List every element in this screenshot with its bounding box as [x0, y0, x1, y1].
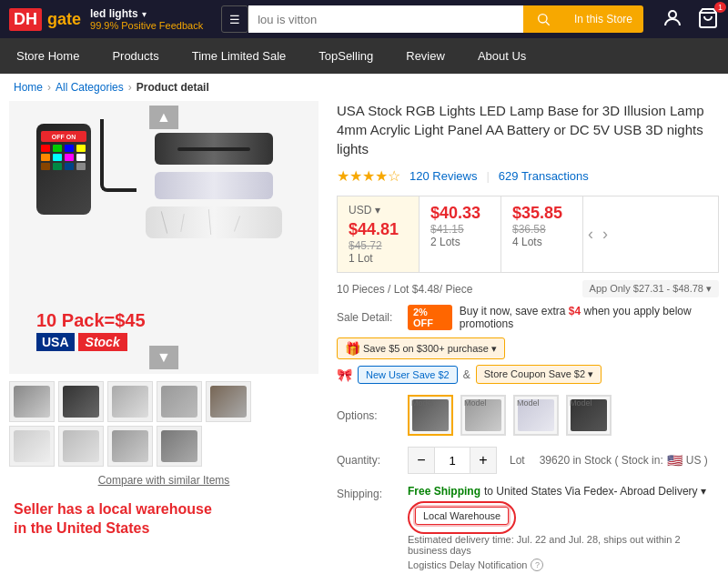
store-coupon-text: Store Coupon Save $2 ▾ — [484, 368, 593, 380]
thumbnail-5[interactable] — [206, 381, 251, 422]
hamburger-button[interactable]: ☰ — [221, 5, 248, 33]
price-old-2: $41.15 — [430, 223, 490, 236]
main-image-container: ▲ OFF ON — [9, 101, 318, 374]
thumbnail-strip — [9, 381, 318, 467]
local-warehouse-button[interactable]: Local Warehouse — [415, 507, 509, 525]
promo-pack-text: 10 Pack=$45 — [36, 310, 146, 331]
model-label-4: Model — [570, 398, 592, 408]
star-rating: ★★★★☆ — [337, 167, 400, 185]
thumbnail-3[interactable] — [107, 381, 153, 422]
svg-point-0 — [539, 15, 547, 23]
quantity-decrease[interactable]: − — [409, 448, 434, 473]
store-coupon-tag[interactable]: Store Coupon Save $2 ▾ — [476, 365, 602, 384]
help-icon[interactable]: ? — [531, 559, 543, 571]
product-details: USA Stock RGB Lights LED Lamp Base for 3… — [318, 101, 719, 584]
user-icon[interactable] — [662, 7, 683, 32]
price-col-2: $40.33 $41.15 2 Lots — [420, 196, 501, 272]
in-store-button[interactable]: In this Store — [563, 5, 643, 33]
promo-300-tag[interactable]: 🎁 Save $5 on $300+ purchase ▾ — [337, 337, 505, 359]
nav-store-home[interactable]: Store Home — [0, 38, 96, 74]
nav-topselling[interactable]: TopSelling — [302, 38, 389, 74]
quantity-controls: − + — [408, 447, 497, 474]
sale-row: Sale Detail: 2% OFF Buy it now, save ext… — [337, 305, 719, 330]
svg-line-1 — [546, 22, 550, 25]
seller-notice-line1: Seller has a local warehouse — [14, 501, 212, 517]
free-shipping-text: Free Shipping — [408, 485, 480, 498]
new-user-tag: New User Save $2 — [358, 366, 458, 384]
svg-point-2 — [669, 11, 676, 18]
store-feedback: 99.9% Positive Feedback — [90, 20, 203, 31]
compare-link[interactable]: Compare with similar Items — [9, 474, 318, 487]
logo[interactable]: DH gate — [9, 8, 81, 31]
cart-icon[interactable]: 1 — [697, 7, 719, 32]
store-dropdown-icon[interactable]: ▾ — [142, 9, 147, 19]
quantity-label: Quantity: — [337, 454, 400, 467]
currency-label: USD ▾ — [349, 204, 380, 216]
thumbnail-6[interactable] — [9, 426, 55, 467]
image-nav-down[interactable]: ▼ — [149, 346, 178, 369]
shipping-details: Free Shipping to United States Via Fedex… — [408, 485, 719, 571]
thumbnail-7[interactable] — [58, 426, 104, 467]
thumbnail-8[interactable] — [107, 426, 153, 467]
local-warehouse-highlight: Local Warehouse — [408, 501, 516, 534]
seller-notice: Seller has a local warehouse in the Unit… — [9, 496, 318, 543]
option-3[interactable]: Model — [513, 395, 559, 436]
search-area: ☰ In this Store — [221, 5, 643, 33]
option-1[interactable]: Model — [408, 395, 453, 436]
thumbnail-2[interactable] — [58, 381, 104, 422]
breadcrumb-home[interactable]: Home — [14, 81, 43, 94]
transaction-count[interactable]: 629 Transactions — [499, 169, 589, 183]
thumbnail-9[interactable] — [157, 426, 202, 467]
options-label: Options: — [337, 409, 400, 422]
coupon-icon: 🎀 — [337, 368, 352, 382]
price-main-2: $40.33 — [430, 204, 490, 223]
nav-time-limited[interactable]: Time Limited Sale — [176, 38, 303, 74]
price-nav-next[interactable]: › — [598, 196, 612, 272]
option-2[interactable]: Model — [460, 395, 506, 436]
breadcrumb-all-cats[interactable]: All Categories — [56, 81, 124, 94]
logo-dh: DH — [9, 8, 42, 31]
option-4[interactable]: Model — [566, 395, 612, 436]
store-info: led lights ▾ 99.9% Positive Feedback — [90, 7, 203, 31]
shipping-to-text: to United States Via Fedex- Abroad Deliv… — [484, 485, 706, 498]
promo-tag-text: Save $5 on $300+ purchase ▾ — [363, 343, 497, 355]
main-content: ▲ OFF ON — [0, 101, 728, 584]
review-count[interactable]: 120 Reviews — [410, 169, 477, 183]
promo-row: 🎁 Save $5 on $300+ purchase ▾ — [337, 337, 719, 359]
quantity-increase[interactable]: + — [470, 448, 496, 473]
search-input[interactable] — [248, 5, 523, 33]
price-main-3: $35.85 — [512, 204, 571, 223]
price-nav-prev[interactable]: ‹ — [583, 196, 598, 272]
image-nav-up[interactable]: ▲ — [149, 106, 178, 129]
quantity-unit: Lot — [510, 454, 525, 467]
stock-text-end: US ) — [686, 454, 708, 467]
nav-review[interactable]: Review — [389, 38, 461, 74]
nav-about-us[interactable]: About Us — [461, 38, 542, 74]
logistics-link[interactable]: Logistics Delay Notification ? — [408, 559, 719, 571]
thumb-row-1 — [9, 381, 318, 422]
promo-icon: 🎁 — [345, 341, 360, 356]
breadcrumb-current: Product detail — [136, 81, 209, 94]
top-nav: DH gate led lights ▾ 99.9% Positive Feed… — [0, 0, 728, 38]
product-title: USA Stock RGB Lights LED Lamp Base for 3… — [337, 101, 719, 158]
price-col-3: $35.85 $36.58 4 Lots — [501, 196, 583, 272]
model-label-2: Model — [464, 398, 487, 408]
thumbnail-4[interactable] — [157, 381, 202, 422]
stock-info: 39620 in Stock ( Stock in: 🇺🇸 US ) — [540, 453, 708, 468]
logistics-text: Logistics Delay Notification — [408, 559, 527, 570]
model-label-3: Model — [517, 398, 540, 408]
store-name[interactable]: led lights — [90, 7, 138, 20]
model-label-1: Model — [411, 398, 434, 408]
quantity-input[interactable] — [434, 448, 470, 473]
price-col-1: USD ▾ $44.81 $45.72 1 Lot — [338, 196, 420, 272]
price-section: USD ▾ $44.81 $45.72 1 Lot $40.33 $41.15 … — [337, 196, 719, 273]
thumbnail-1[interactable] — [9, 381, 55, 422]
stock-text: 39620 in Stock ( Stock in: — [540, 454, 663, 467]
search-icon — [536, 12, 551, 26]
cart-badge: 1 — [714, 2, 726, 13]
stock-label: Stock — [78, 333, 127, 351]
breadcrumb: Home › All Categories › Product detail — [0, 74, 728, 101]
search-button[interactable] — [523, 5, 563, 33]
per-piece-row: 10 Pieces / Lot $4.48/ Piece App Only $2… — [337, 280, 719, 297]
nav-products[interactable]: Products — [96, 38, 175, 74]
